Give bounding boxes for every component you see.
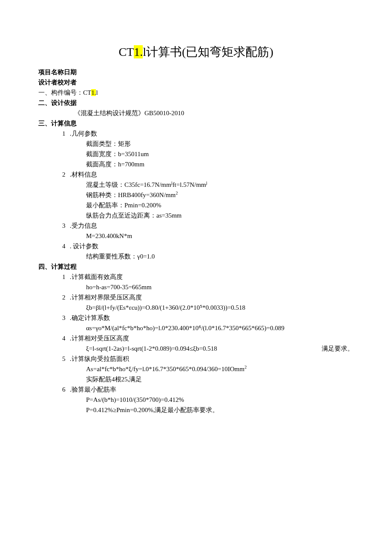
sec3-item4-text: . 设计参数 [70,243,99,250]
sec3-item3-text: .受力信息 [70,222,97,229]
sec3-item4-num: 4 [62,241,68,251]
title-suffix: l计算书(已知弯矩求配筋) [143,45,273,58]
sec3-item4-a: 结构重要性系数：γ0=1.0 [38,251,354,262]
sec4-item4-num: 4 [62,333,68,343]
sec4-item3-a: αs=γo*M/(al*fc*b*ho*ho)=l.0*230.400*10⁶/… [38,323,354,333]
sec4-item1-a: ho=h-as=700-35=665mm [38,282,354,292]
sec4-item2-num: 2 [62,292,68,302]
section-2-item: 《混凝土结构设计规范》GB50010-2010 [38,108,354,118]
sec3-item2-num: 2 [62,169,68,180]
sec4-item3-text: .确定计算系数 [70,314,110,321]
sec4-item4-text: .计算相对受压区高度 [70,335,129,342]
sec3-item1-b: 截面宽度：b=35011um [38,149,354,159]
sec4-item5-text: .计算纵向受拉筋面积 [70,355,129,362]
sec4-item5-num: 5 [62,354,68,364]
sup-2a: 2 [176,191,178,195]
sec3-item4: 4 . 设计参数 [38,241,354,251]
sec3-item2-c: 最小配筋率：Pmin=0.200% [38,200,354,210]
sec4-item3-num: 3 [62,313,68,323]
sec3-item1: 1 .几何参数 [38,128,354,139]
sec3-item3-a: M=230.400kN*m [38,231,354,241]
sec3-item2-b-text: 钢筋种类：HRB400fy=360N/mm [86,192,176,198]
project-date-line: 项目名称日期 [38,67,354,77]
sec4-item4: 4 .计算相对受压区高度 [38,333,354,343]
sec3-item2-b: 钢筋种类：HRB400fy=360N/mm2 [38,190,354,200]
title-prefix: CT [118,45,134,58]
section-2-heading: 二、设计依据 [38,98,354,108]
section-1-highlight: 1. [91,89,96,96]
sup-2b: 2 [245,365,247,369]
sec4-item2-text: .计算相对界限受压区高度 [70,294,142,301]
sec3-item1-num: 1 [62,128,68,139]
section-1-label: 一、构件编号：CT [38,89,91,96]
sec4-item5-a-text: As=al*fc*b*ho*ξ/fy=l.0*16.7*350*665*0.09… [86,366,245,372]
designer-checker-line: 设计者校对者 [38,77,354,87]
sec3-item3: 3 .受力信息 [38,221,354,231]
sec4-item4-a: ξ=l-sqrt(1-2as)=l-sqrt(1-2*0.089)=0.094≤… [86,343,217,354]
sec4-item5: 5 .计算纵向受拉筋面积 [38,354,354,364]
sec3-item1-c: 截面高度：h=700mm [38,159,354,169]
section-1-component-id: 一、构件编号：CT1.l [38,87,354,98]
title-highlight: 1. [134,45,143,58]
sup-j2: j [206,180,208,185]
sec4-item4-r: 满足要求。 [322,343,354,354]
sec3-item2-a-pre: 混凝土等级：C35fc=16.7N/mm [86,181,171,188]
section-4-heading: 四、计算过程 [38,262,354,272]
sec4-item4-a-line: ξ=l-sqrt(1-2as)=l-sqrt(1-2*0.089)=0.094≤… [38,343,354,354]
sec4-item1: 1 .计算截面有效高度 [38,272,354,282]
sec4-item6-num: 6 [62,384,68,395]
sec3-item2-d: 纵筋合力点至近边距离：as=35mm [38,210,354,221]
sec4-item6-text: .验算最小配筋率 [70,386,116,393]
sec4-item1-num: 1 [62,272,68,282]
sec3-item3-num: 3 [62,221,68,231]
section-3-heading: 三、计算信息 [38,118,354,128]
sec4-item5-a: As=al*fc*b*ho*ξ/fy=l.0*16.7*350*665*0.09… [38,364,354,374]
sec4-item2: 2 .计算相对界限受压区高度 [38,292,354,302]
sec3-item2-text: .材料信息 [70,171,97,178]
sec4-item5-b: 实际配筋4根25,满足 [38,374,354,384]
sec3-item2: 2 .材料信息 [38,169,354,180]
document-title: CT1.l计算书(已知弯矩求配筋) [38,43,354,62]
sec4-item3: 3 .确定计算系数 [38,313,354,323]
sec4-item6: 6 .验算最小配筋率 [38,384,354,395]
sec4-item6-b: P=0.412%≥Pmin=0.200%,满足最小配筋率要求。 [38,405,354,415]
sec3-item2-a-mid: ft=l.57N/mm [173,181,206,188]
sec4-item1-text: .计算截面有效高度 [70,273,123,280]
sec4-item2-a: ξb=βl/(l+fy/(Es*εcu))=O.80/(1+360/(2.0*1… [38,302,354,313]
sec4-item6-a: P=As/(b*h)=1010/(350*700)=0.412% [38,395,354,405]
section-1-tail: l [96,89,98,96]
sec3-item2-a: 混凝土等级：C35fc=16.7N/mmjft=l.57N/mmj [38,180,354,190]
sec3-item1-text: .几何参数 [70,130,97,137]
sec3-item1-a: 截面类型：矩形 [38,139,354,149]
